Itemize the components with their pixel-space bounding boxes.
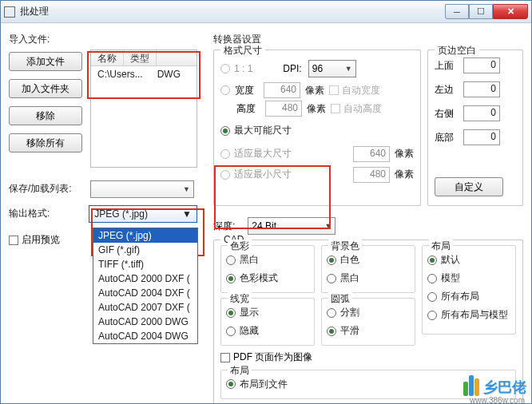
margin-bottom-input[interactable]: 0: [463, 129, 500, 145]
enable-preview-checkbox[interactable]: 启用预览: [9, 233, 60, 247]
output-format-combo[interactable]: JPEG (*.jpg) ▼: [89, 205, 197, 223]
dropdown-option[interactable]: TIFF (*.tiff): [93, 257, 197, 271]
maximize-button[interactable]: ☐: [469, 4, 493, 19]
minimize-button[interactable]: ─: [445, 4, 469, 19]
dropdown-option[interactable]: GIF (*.gif): [93, 243, 197, 257]
radio-layout-default[interactable]: 默认: [427, 253, 460, 267]
linewidth-subgroup: 线宽 显示 隐藏: [220, 298, 315, 346]
radio-layout-to-file[interactable]: 布局到文件: [226, 378, 288, 391]
right-panel: 转换器设置 格式尺寸 1 : 1 DPI: 96▼ 宽度 640 像素: [205, 23, 531, 403]
radio-layout-model[interactable]: 模型: [427, 271, 460, 285]
dropdown-option[interactable]: AutoCAD 2004 DWG: [93, 329, 197, 343]
depth-label: 深度:: [213, 220, 235, 233]
margin-left-label: 左边: [435, 83, 459, 97]
margin-top-label: 上面: [435, 59, 459, 73]
file-name: C:\Users...: [97, 69, 143, 80]
auto-width-check[interactable]: 自动宽度: [329, 84, 380, 97]
window: 批处理 ─ ☐ ✕ 导入文件: 添加文件 加入文件夹 移除 移除所有 名称 类型: [0, 0, 532, 404]
depth-combo[interactable]: 24 Bit▼: [248, 217, 335, 235]
px-label: 像素: [395, 168, 414, 181]
chevron-down-icon: ▼: [182, 208, 192, 220]
dropdown-option[interactable]: AutoCAD 2004 DXF (: [93, 286, 197, 300]
output-format-label: 输出格式:: [9, 207, 82, 220]
color-subgroup: 色彩 黑白 色彩模式: [220, 245, 315, 293]
margins-group: 页边空白 上面0 左边0 右侧0 底部0 自定义: [427, 50, 523, 206]
dpi-combo[interactable]: 96▼: [308, 60, 356, 77]
col-name[interactable]: 名称: [91, 50, 124, 65]
output-format-value: JPEG (*.jpg): [94, 208, 148, 220]
margin-right-label: 右侧: [435, 107, 459, 121]
col-type[interactable]: 类型: [124, 50, 157, 65]
dropdown-option[interactable]: AutoCAD 2007 DXF (: [93, 300, 197, 315]
radio-arc-seg[interactable]: 分割: [327, 306, 359, 319]
margins-title: 页边空白: [435, 44, 479, 57]
radio-color-mode[interactable]: 色彩模式: [226, 271, 278, 285]
custom-button[interactable]: 自定义: [435, 177, 503, 196]
radio-1to1[interactable]: 1 : 1: [220, 63, 252, 74]
close-button[interactable]: ✕: [493, 4, 528, 19]
radio-layout-all-model[interactable]: 所有布局与模型: [427, 308, 508, 322]
radio-layout-all[interactable]: 所有布局: [427, 290, 479, 303]
margin-right-input[interactable]: 0: [463, 105, 500, 121]
height-label: 高度: [236, 102, 260, 116]
dropdown-option[interactable]: AutoCAD 2000 DWG: [93, 315, 197, 329]
width-input[interactable]: 640: [264, 82, 300, 98]
window-title: 批处理: [20, 5, 445, 18]
add-file-button[interactable]: 添加文件: [9, 52, 82, 71]
px-label: 像素: [395, 147, 414, 160]
arc-subgroup: 圆弧 分割 平滑: [321, 298, 415, 346]
auto-height-check[interactable]: 自动高度: [331, 102, 382, 116]
file-type: DWG: [157, 69, 181, 80]
import-label: 导入文件:: [9, 33, 197, 46]
file-row[interactable]: C:\Users... DWG: [91, 66, 197, 82]
radio-lw-hide[interactable]: 隐藏: [226, 324, 259, 338]
radio-arc-smooth[interactable]: 平滑: [327, 324, 359, 338]
remove-button[interactable]: 移除: [9, 106, 82, 125]
save-load-label: 保存/加载列表:: [9, 182, 84, 196]
radio-bw[interactable]: 黑白: [226, 253, 259, 267]
format-size-title: 格式尺寸: [220, 44, 265, 57]
radio-bg-black[interactable]: 黑白: [327, 271, 359, 285]
px-label: 像素: [307, 102, 326, 116]
radio-bg-white[interactable]: 白色: [327, 253, 359, 267]
file-list[interactable]: 名称 类型 C:\Users... DWG: [90, 50, 197, 168]
dropdown-option[interactable]: AutoCAD 2000 DXF (: [93, 271, 197, 286]
enable-preview-label: 启用预览: [22, 233, 60, 247]
radio-width[interactable]: [220, 85, 230, 95]
remove-all-button[interactable]: 移除所有: [9, 133, 82, 152]
px-label: 像素: [305, 84, 324, 97]
pdf-as-image-check[interactable]: PDF 页面作为图像: [220, 351, 312, 364]
radio-max-possible[interactable]: 最大可能尺寸: [220, 124, 292, 137]
height-input[interactable]: 480: [265, 101, 302, 117]
fit-min-input[interactable]: 480: [353, 167, 390, 183]
left-panel: 导入文件: 添加文件 加入文件夹 移除 移除所有 名称 类型 C:\Users.…: [1, 23, 205, 403]
titlebar: 批处理 ─ ☐ ✕: [1, 1, 531, 23]
save-load-combo[interactable]: ▼: [90, 180, 194, 198]
width-label: 宽度: [235, 84, 259, 97]
format-size-group: 格式尺寸 1 : 1 DPI: 96▼ 宽度 640 像素 自动宽度: [213, 50, 421, 206]
add-folder-button[interactable]: 加入文件夹: [9, 79, 82, 98]
app-icon: [4, 6, 15, 18]
watermark: 乡巴佬: [463, 375, 526, 398]
radio-fit-max[interactable]: 适应最大尺寸: [220, 147, 292, 160]
dropdown-option[interactable]: JPEG (*.jpg): [93, 228, 197, 243]
margin-bottom-label: 底部: [435, 131, 459, 145]
radio-fit-min[interactable]: 适应最小尺寸: [220, 168, 292, 181]
dpi-label: DPI:: [283, 63, 301, 74]
output-format-dropdown[interactable]: JPEG (*.jpg) GIF (*.gif) TIFF (*.tiff) A…: [93, 228, 198, 344]
radio-lw-show[interactable]: 显示: [226, 306, 259, 319]
margin-top-input[interactable]: 0: [463, 57, 500, 73]
watermark-url: www.386w.com: [470, 396, 525, 403]
layout-subgroup: 布局 默认 模型 所有布局 所有布局与模型: [422, 245, 516, 335]
bg-subgroup: 背景色 白色 黑白: [321, 245, 415, 293]
margin-left-input[interactable]: 0: [463, 81, 500, 97]
fit-max-input[interactable]: 640: [353, 146, 390, 162]
